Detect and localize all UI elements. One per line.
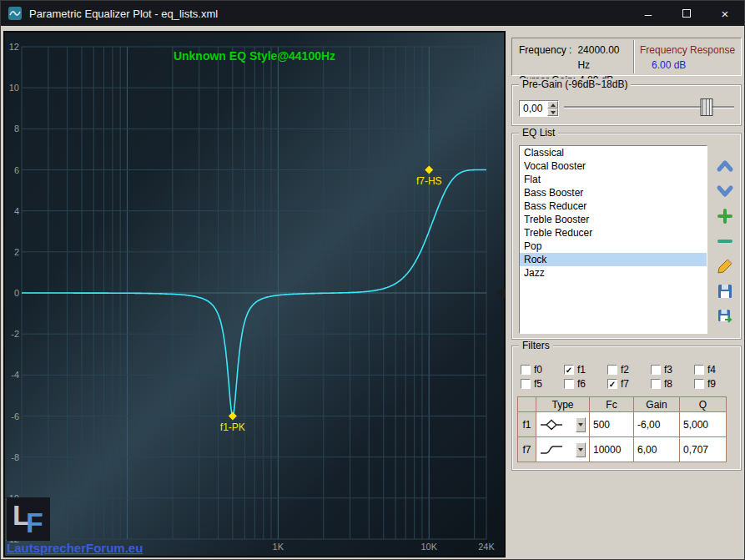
eq-list-item[interactable]: Bass Reducer	[520, 199, 707, 213]
filter-checkbox-label: f8	[664, 378, 672, 390]
unchecked-checkbox-icon	[694, 379, 704, 389]
eqlist-group-label: EQ List	[519, 127, 558, 139]
filter-table: TypeFcGainQ f1500-6,005,000f7100006,000,…	[517, 396, 727, 462]
filter-checkbox-f0[interactable]: f0	[521, 363, 564, 376]
svg-text:0: 0	[14, 288, 19, 298]
eqlist-buttons	[714, 155, 736, 327]
titlebar: Parametric Equalizer Plot - eq_lists.xml…	[1, 1, 744, 26]
gain-cell[interactable]: 6,00	[634, 437, 680, 462]
pregain-group-label: Pre-Gain (-96dB~18dB)	[519, 78, 631, 90]
export-presets-button[interactable]	[714, 305, 736, 327]
pregain-slider-handle[interactable]	[701, 98, 713, 116]
svg-text:f1-PK: f1-PK	[220, 421, 245, 433]
eq-list-item[interactable]: Vocal Booster	[520, 159, 707, 173]
filter-checkbox-label: f3	[664, 364, 672, 376]
filter-checkbox-f9[interactable]: f9	[694, 377, 737, 391]
filter-type-combo[interactable]	[540, 415, 586, 435]
svg-text:10K: 10K	[420, 542, 437, 552]
svg-text:-8: -8	[11, 452, 19, 462]
eq-list-item[interactable]: Flat	[520, 173, 707, 186]
pregain-group: Pre-Gain (-96dB~18dB) 0,00	[511, 84, 742, 126]
checked-checkbox-icon: ✓	[607, 379, 617, 389]
svg-text:-4: -4	[11, 370, 19, 380]
remove-preset-button[interactable]	[714, 230, 736, 252]
edit-preset-button[interactable]	[714, 255, 736, 277]
filter-checkbox-f1[interactable]: ✓f1	[564, 363, 607, 376]
unchecked-checkbox-icon	[651, 379, 661, 389]
eq-list-item[interactable]: Bass Booster	[520, 186, 707, 199]
column-header: Gain	[634, 397, 680, 412]
eq-list-item[interactable]: Rock	[520, 253, 707, 266]
svg-text:2: 2	[14, 247, 19, 257]
highshelf-filter-icon	[540, 444, 563, 456]
filter-checkbox-f3[interactable]: f3	[651, 363, 694, 376]
floppy-export-icon	[717, 309, 732, 324]
q-cell[interactable]: 0,707	[680, 437, 727, 462]
gain-cell[interactable]: -6,00	[634, 412, 680, 437]
column-header: Type	[536, 397, 590, 412]
spin-up-button[interactable]	[547, 101, 558, 108]
filter-type-combo[interactable]	[540, 440, 586, 460]
pregain-spinbox[interactable]: 0,00	[519, 100, 559, 117]
eqlist-group: EQ List ClassicalVocal BoosterFlatBass B…	[511, 133, 742, 340]
add-preset-button[interactable]	[714, 205, 736, 227]
filter-type-cell	[536, 412, 590, 437]
column-header: Q	[680, 397, 727, 412]
chevron-down-icon	[576, 442, 586, 457]
q-cell[interactable]: 5,000	[680, 412, 727, 437]
filters-group-label: Filters	[519, 340, 553, 351]
filter-table-head: TypeFcGainQ	[518, 397, 727, 412]
unchecked-checkbox-icon	[607, 365, 617, 375]
minus-icon	[717, 234, 732, 249]
eq-list-item[interactable]: Pop	[520, 240, 707, 253]
eq-list-item[interactable]: Classical	[520, 146, 707, 159]
filter-type-cell	[536, 437, 590, 462]
unchecked-checkbox-icon	[521, 365, 531, 375]
filter-checkbox-f2[interactable]: f2	[607, 363, 651, 376]
filter-checkbox-f6[interactable]: f6	[564, 377, 607, 391]
filters-group: Filters f0✓f1f2f3f4f5f6✓f7f8f9 TypeFcGai…	[511, 346, 742, 471]
frequency-response-label: Frequency Response	[640, 43, 741, 58]
save-presets-button[interactable]	[714, 280, 736, 302]
spin-down-button[interactable]	[547, 108, 558, 116]
filter-checkbox-label: f4	[707, 364, 716, 376]
filter-checkbox-label: f2	[621, 364, 629, 376]
svg-text:24K: 24K	[478, 542, 495, 552]
filter-checkbox-label: f5	[534, 378, 542, 390]
peak-filter-icon	[540, 419, 563, 431]
filter-checkbox-label: f1	[577, 364, 586, 376]
svg-text:10: 10	[9, 83, 19, 93]
eq-plot[interactable]: -12-10-8-6-4-20246810121K10K24Kf1-PKf7-H…	[3, 31, 506, 557]
filter-checkbox-f5[interactable]: f5	[521, 377, 564, 391]
app-window: Parametric Equalizer Plot - eq_lists.xml…	[0, 0, 745, 560]
unchecked-checkbox-icon	[521, 379, 531, 389]
pregain-slider[interactable]	[564, 95, 734, 119]
filter-row-label: f1	[518, 412, 536, 437]
filter-checkbox-f8[interactable]: f8	[651, 377, 694, 391]
move-up-button[interactable]	[714, 155, 736, 177]
site-link[interactable]: LautsprecherForum.eu	[7, 541, 143, 555]
eq-listbox[interactable]: ClassicalVocal BoosterFlatBass BoosterBa…	[519, 145, 707, 334]
filter-checkbox-f4[interactable]: f4	[694, 363, 737, 376]
fc-cell[interactable]: 10000	[590, 437, 634, 462]
pregain-value[interactable]: 0,00	[520, 101, 547, 116]
eq-list-item[interactable]: Treble Reducer	[520, 226, 707, 240]
fc-cell[interactable]: 500	[590, 412, 634, 437]
eq-list-item[interactable]: Jazz	[520, 266, 707, 280]
pregain-indicator[interactable]	[497, 288, 505, 298]
minimize-button[interactable]: –	[629, 1, 667, 26]
floppy-icon	[717, 284, 732, 299]
window-title: Parametric Equalizer Plot - eq_lists.xml	[29, 8, 218, 20]
svg-text:-2: -2	[11, 329, 19, 339]
move-down-button[interactable]	[714, 180, 736, 202]
eq-list-item[interactable]: Treble Booster	[520, 213, 707, 226]
filter-row: f1500-6,005,000	[518, 412, 727, 437]
svg-text:8: 8	[14, 124, 19, 134]
svg-text:f7-HS: f7-HS	[416, 175, 442, 187]
maximize-button[interactable]	[667, 1, 706, 26]
close-button[interactable]: ×	[706, 1, 744, 26]
filter-checkbox-f7[interactable]: ✓f7	[607, 377, 651, 391]
eq-plot-svg: -12-10-8-6-4-20246810121K10K24Kf1-PKf7-H…	[5, 33, 504, 556]
filter-checkboxes: f0✓f1f2f3f4f5f6✓f7f8f9	[521, 363, 737, 391]
filter-table-body: f1500-6,005,000f7100006,000,707	[518, 412, 727, 462]
